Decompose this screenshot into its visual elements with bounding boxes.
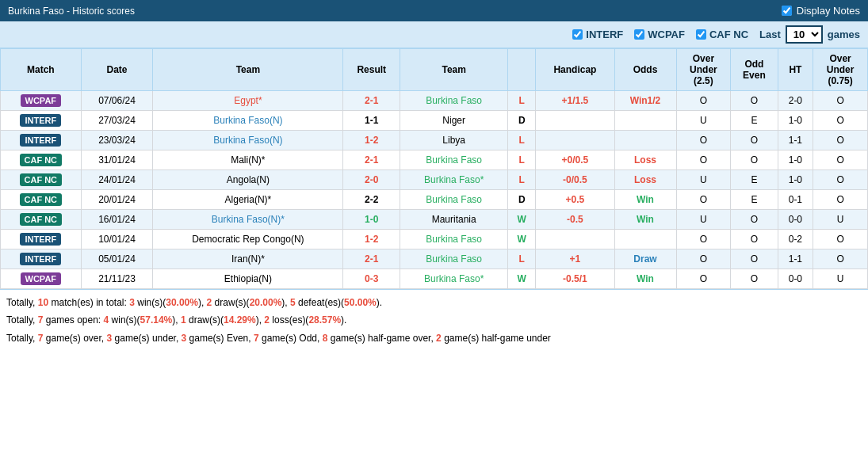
interf-filter: INTERF: [572, 29, 623, 40]
cell-team1[interactable]: Burkina Faso(N)*: [153, 210, 343, 230]
cell-ht: 1-0: [778, 150, 813, 170]
table-row: INTERF 05/01/24 Iran(N)* 2-1 Burkina Fas…: [1, 249, 868, 269]
col-ou25: OverUnder(2.5): [676, 49, 731, 91]
wcpaf-filter: WCPAF: [634, 29, 685, 40]
col-handicap: Handicap: [536, 49, 614, 91]
cell-team2[interactable]: Burkina Faso*: [400, 170, 508, 190]
cell-ou075: U: [813, 210, 868, 230]
cell-odds: [614, 111, 676, 131]
match-badge: WCPAF: [21, 272, 62, 285]
cell-ht: 2-0: [778, 91, 813, 111]
cell-team2[interactable]: Mauritania: [400, 210, 508, 230]
cell-result: 0-3: [343, 269, 400, 289]
table-row: INTERF 10/01/24 Democratic Rep Congo(N) …: [1, 230, 868, 249]
last-label: Last: [759, 29, 781, 40]
cell-outcome: W: [508, 210, 536, 230]
cell-handicap: +1: [536, 249, 614, 269]
cell-oddeven: E: [731, 111, 778, 131]
last-games-filter: Last 10 20 30 games: [759, 25, 860, 44]
cell-outcome: L: [508, 131, 536, 150]
cell-oddeven: O: [731, 230, 778, 249]
cell-team2[interactable]: Niger: [400, 111, 508, 131]
summary-line-3: Totally, 7 game(s) over, 3 game(s) under…: [6, 330, 862, 346]
cell-ou075: O: [813, 111, 868, 131]
cell-result: 1-1: [343, 111, 400, 131]
table-row: CAF NC 20/01/24 Algeria(N)* 2-2 Burkina …: [1, 190, 868, 210]
cell-handicap: -0/0.5: [536, 170, 614, 190]
cell-date: 21/11/23: [81, 269, 153, 289]
match-badge: CAF NC: [20, 213, 63, 226]
cell-team1[interactable]: Burkina Faso(N): [153, 131, 343, 150]
cell-team1[interactable]: Angola(N): [153, 170, 343, 190]
cell-date: 07/06/24: [81, 91, 153, 111]
cell-ht: 0-0: [778, 269, 813, 289]
cell-odds: Win1/2: [614, 91, 676, 111]
cell-handicap: [536, 111, 614, 131]
cell-date: 10/01/24: [81, 230, 153, 249]
cell-team1[interactable]: Democratic Rep Congo(N): [153, 230, 343, 249]
header: Burkina Faso - Historic scores Display N…: [0, 0, 868, 21]
cell-date: 27/03/24: [81, 111, 153, 131]
historic-scores-table: Match Date Team Result Team Handicap Odd…: [0, 48, 868, 289]
cell-badge: INTERF: [1, 131, 82, 150]
cell-oddeven: E: [731, 170, 778, 190]
table-row: WCPAF 07/06/24 Egypt* 2-1 Burkina Faso L…: [1, 91, 868, 111]
col-ht: HT: [778, 49, 813, 91]
cell-handicap: [536, 230, 614, 249]
cell-team1[interactable]: Egypt*: [153, 91, 343, 111]
col-outcome: [508, 49, 536, 91]
cell-team2[interactable]: Burkina Faso: [400, 190, 508, 210]
cell-team2[interactable]: Burkina Faso: [400, 230, 508, 249]
cell-odds: [614, 230, 676, 249]
col-match: Match: [1, 49, 82, 91]
cell-team1[interactable]: Burkina Faso(N): [153, 111, 343, 131]
match-badge: CAF NC: [20, 173, 63, 186]
display-notes-checkbox[interactable]: [782, 6, 792, 16]
cell-ht: 0-0: [778, 210, 813, 230]
cell-result: 1-2: [343, 230, 400, 249]
cell-oddeven: O: [731, 249, 778, 269]
cell-ou075: U: [813, 269, 868, 289]
cell-ou075: O: [813, 190, 868, 210]
cell-team2[interactable]: Burkina Faso: [400, 91, 508, 111]
col-team1: Team: [153, 49, 343, 91]
cell-result: 2-1: [343, 91, 400, 111]
col-odds: Odds: [614, 49, 676, 91]
cell-oddeven: O: [731, 131, 778, 150]
cell-ht: 1-1: [778, 249, 813, 269]
cell-ht: 0-2: [778, 230, 813, 249]
cell-date: 20/01/24: [81, 190, 153, 210]
cafnc-filter: CAF NC: [696, 29, 748, 40]
cell-team1[interactable]: Ethiopia(N): [153, 269, 343, 289]
cell-team2[interactable]: Burkina Faso: [400, 249, 508, 269]
games-label: games: [828, 29, 860, 40]
match-badge: INTERF: [20, 233, 61, 246]
table-row: CAF NC 31/01/24 Mali(N)* 2-1 Burkina Fas…: [1, 150, 868, 170]
cell-team2[interactable]: Burkina Faso: [400, 150, 508, 170]
table-row: CAF NC 16/01/24 Burkina Faso(N)* 1-0 Mau…: [1, 210, 868, 230]
header-title: Burkina Faso - Historic scores: [8, 6, 135, 17]
display-notes-label: Display Notes: [797, 5, 860, 17]
cell-team1[interactable]: Iran(N)*: [153, 249, 343, 269]
cell-result: 2-2: [343, 190, 400, 210]
match-badge: INTERF: [20, 114, 61, 127]
wcpaf-checkbox[interactable]: [634, 29, 644, 40]
cell-team2[interactable]: Libya: [400, 131, 508, 150]
cell-ou25: O: [676, 249, 731, 269]
cell-result: 2-1: [343, 249, 400, 269]
cell-odds: Loss: [614, 150, 676, 170]
cell-odds: [614, 131, 676, 150]
cell-ou25: O: [676, 131, 731, 150]
cell-badge: WCPAF: [1, 91, 82, 111]
last-games-select[interactable]: 10 20 30: [786, 25, 823, 44]
interf-checkbox[interactable]: [572, 29, 583, 40]
cafnc-checkbox[interactable]: [696, 29, 706, 40]
cell-oddeven: O: [731, 150, 778, 170]
cell-team1[interactable]: Algeria(N)*: [153, 190, 343, 210]
wcpaf-label: WCPAF: [648, 29, 685, 40]
cell-ou075: O: [813, 249, 868, 269]
cell-team1[interactable]: Mali(N)*: [153, 150, 343, 170]
cell-team2[interactable]: Burkina Faso*: [400, 269, 508, 289]
cell-ht: 1-0: [778, 170, 813, 190]
interf-label: INTERF: [586, 29, 623, 40]
